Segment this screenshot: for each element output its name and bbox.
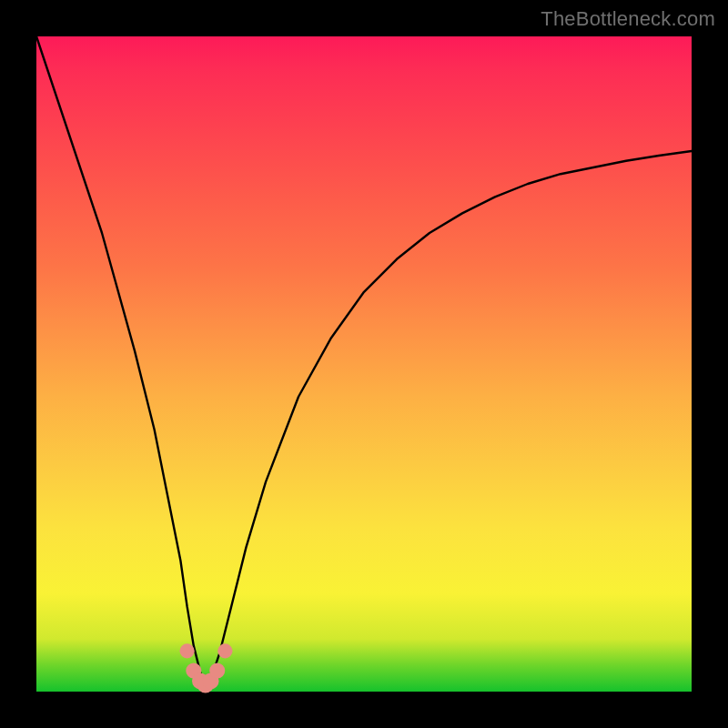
plot-area bbox=[36, 36, 692, 692]
trough-marker bbox=[209, 662, 225, 678]
chart-frame: TheBottleneck.com bbox=[0, 0, 728, 728]
trough-marker bbox=[217, 643, 232, 658]
chart-svg bbox=[36, 36, 692, 692]
watermark-text: TheBottleneck.com bbox=[541, 7, 715, 31]
trough-marker bbox=[180, 643, 195, 658]
curve-line bbox=[36, 36, 692, 685]
